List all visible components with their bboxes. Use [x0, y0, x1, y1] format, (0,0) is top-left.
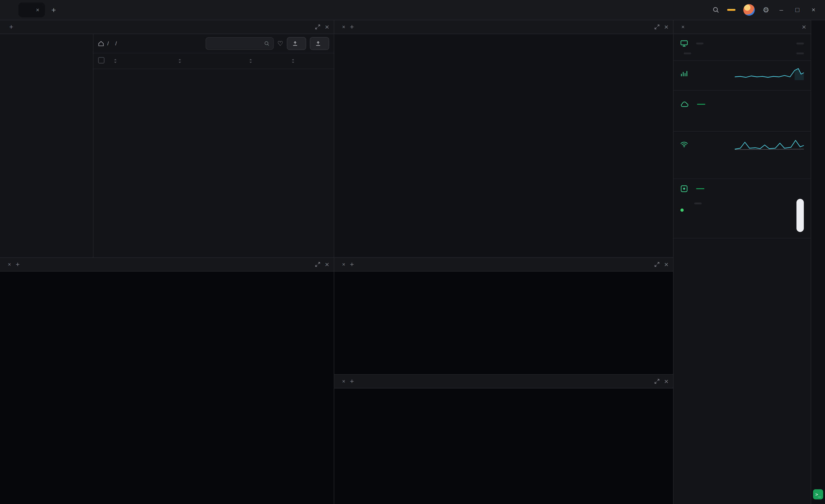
monitor-tab[interactable]: × — [678, 24, 685, 30]
column-atime[interactable] — [247, 59, 290, 64]
gear-icon[interactable]: ⚙ — [763, 6, 769, 14]
close-panel-icon[interactable]: × — [802, 23, 806, 31]
file-manager-panel: + × / / — [0, 20, 334, 258]
sort-icon — [291, 59, 295, 64]
download-traffic — [757, 169, 804, 173]
distro-chip — [696, 43, 703, 45]
sort-icon — [249, 59, 252, 64]
disk-usage-badge — [696, 188, 704, 189]
close-panel-icon[interactable]: × — [664, 377, 668, 386]
new-terminal-button[interactable]: + — [350, 260, 354, 268]
terminal-1-tab[interactable]: × — [5, 261, 11, 268]
maximize-button[interactable]: □ — [793, 6, 802, 14]
cpu-card — [674, 61, 811, 91]
new-session-button[interactable]: + — [51, 6, 56, 14]
close-panel-icon[interactable]: × — [664, 260, 668, 269]
expand-icon[interactable] — [655, 379, 660, 384]
monitor-icon — [680, 40, 688, 47]
expand-icon[interactable] — [315, 262, 320, 267]
favorite-icon[interactable]: ♡ — [277, 40, 283, 48]
memory-donut-chart — [772, 97, 801, 125]
code-editor[interactable] — [334, 34, 673, 257]
top-bar: × + ⚙ – □ × — [0, 0, 825, 20]
monitor-panel: × × — [674, 20, 811, 504]
file-table-header — [93, 54, 334, 69]
free-dot — [712, 114, 715, 118]
column-name[interactable] — [112, 59, 176, 64]
upload-icon — [292, 41, 298, 46]
breadcrumb[interactable]: / / — [98, 40, 120, 47]
quick-terminal-button[interactable]: >_ — [813, 489, 823, 499]
terminal-2-tab[interactable]: × — [339, 261, 345, 268]
os-version-chip — [797, 43, 804, 45]
expand-icon[interactable] — [315, 24, 320, 29]
right-side-strip: >_ — [811, 20, 825, 504]
cloud-icon — [680, 101, 689, 107]
disk-icon — [680, 185, 688, 192]
memory-total-badge — [697, 104, 705, 105]
search-icon[interactable] — [712, 6, 719, 13]
search-icon — [264, 41, 270, 46]
editor-tab-info-sh[interactable]: × — [339, 24, 345, 30]
memory-used-item — [680, 114, 686, 120]
network-card — [674, 132, 811, 179]
home-icon — [98, 41, 104, 46]
file-tree — [0, 34, 93, 257]
new-terminal-button[interactable]: + — [350, 377, 354, 385]
terminal-2-output[interactable] — [334, 271, 673, 374]
network-chart — [735, 138, 804, 151]
upload-speed — [710, 162, 757, 165]
close-window-button[interactable]: × — [809, 6, 818, 14]
disk-table — [680, 199, 804, 232]
close-tab-icon[interactable]: × — [342, 24, 345, 30]
sort-icon — [178, 59, 181, 64]
add-file-manager-button[interactable]: + — [9, 23, 13, 31]
terminal-3-output[interactable] — [334, 389, 673, 504]
fstype-chip — [694, 202, 702, 204]
timezone-chip — [684, 53, 691, 54]
cpu-sparkline — [735, 67, 804, 81]
memory-cache-item — [696, 114, 702, 120]
sort-icon — [114, 59, 117, 64]
upload-file-button[interactable] — [287, 37, 306, 50]
select-all-checkbox[interactable] — [98, 57, 104, 64]
wifi-icon — [680, 142, 688, 148]
expand-icon[interactable] — [655, 24, 660, 29]
cpu-bars-icon — [680, 70, 688, 77]
search-input[interactable] — [210, 40, 264, 47]
column-mtime[interactable] — [290, 59, 329, 64]
close-tab-icon[interactable]: × — [342, 378, 345, 385]
close-panel-icon[interactable]: × — [325, 23, 329, 31]
vip-badge[interactable] — [727, 9, 736, 11]
download-speed — [710, 169, 757, 173]
memory-legend — [680, 114, 772, 120]
system-card — [674, 34, 811, 61]
terminal-3-tab[interactable]: × — [339, 378, 345, 385]
file-browser: / / ♡ — [93, 34, 334, 257]
new-editor-tab-button[interactable]: + — [350, 23, 354, 31]
upload-folder-button[interactable] — [310, 37, 329, 50]
used-dot — [680, 114, 684, 118]
disk-gauge — [797, 199, 804, 232]
editor-panel: × + × — [334, 20, 673, 258]
new-terminal-button[interactable]: + — [16, 260, 20, 268]
close-panel-icon[interactable]: × — [664, 23, 668, 31]
upload-traffic — [757, 162, 804, 165]
disk-card — [674, 179, 811, 238]
minimize-button[interactable]: – — [777, 6, 785, 14]
cache-dot — [696, 114, 699, 118]
memory-card — [674, 91, 811, 132]
close-tab-icon[interactable]: × — [681, 24, 685, 30]
close-tab-icon[interactable]: × — [36, 6, 40, 14]
close-tab-icon[interactable]: × — [8, 261, 11, 268]
terminal-1-output[interactable] — [0, 271, 334, 504]
expand-icon[interactable] — [655, 262, 660, 267]
network-table — [680, 158, 804, 173]
avatar[interactable] — [743, 4, 755, 16]
close-tab-icon[interactable]: × — [342, 261, 345, 268]
session-tab[interactable]: × — [18, 3, 45, 17]
column-size[interactable] — [176, 59, 207, 64]
terminal-3-panel: × + × — [334, 375, 673, 504]
search-box[interactable] — [206, 37, 274, 50]
close-panel-icon[interactable]: × — [325, 260, 329, 269]
